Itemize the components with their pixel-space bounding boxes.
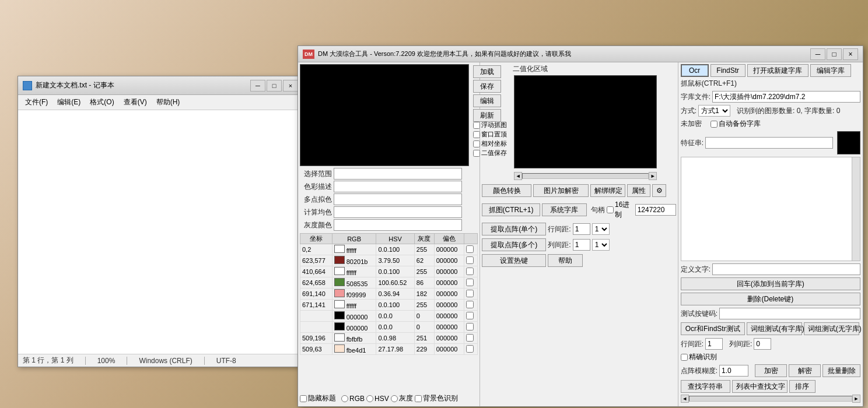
relative-coord-cb[interactable]: 相对坐标 [473, 139, 507, 148]
load-btn[interactable]: 加载 [473, 65, 501, 78]
cell-gray: 255 [414, 266, 434, 277]
hsv-rb[interactable]: HSV [366, 395, 389, 403]
cell-check[interactable] [464, 322, 477, 333]
dm-maximize-btn[interactable]: □ [827, 48, 842, 60]
bottom-scroll-track[interactable] [689, 396, 852, 402]
handle-value-input[interactable] [635, 204, 676, 216]
float-capture-cb[interactable]: 浮动抓图 [473, 121, 507, 129]
attr-btn[interactable]: 属性 [627, 184, 650, 197]
text-list-area[interactable] [681, 157, 860, 261]
cell-check[interactable] [464, 277, 477, 289]
notepad-minimize-btn[interactable]: ─ [250, 80, 265, 92]
find-in-list-btn[interactable]: 列表中查找文字 [732, 380, 788, 393]
bottom-scrollbar[interactable]: ◄ ► [681, 394, 860, 403]
select-range-input[interactable] [334, 168, 462, 180]
open-create-lib-btn[interactable]: 打开或新建字库 [747, 64, 808, 77]
hex16-cb[interactable]: 16进制 [607, 200, 634, 220]
capture-row: 抓图(CTRL+1) 系统字库 句柄 16进制 [482, 200, 676, 220]
color-convert-btn[interactable]: 颜色转换 [482, 184, 531, 197]
col-interval-select[interactable]: 1 [592, 239, 610, 251]
cell-check[interactable] [464, 333, 477, 344]
refresh-btn[interactable]: 刷新 [473, 109, 501, 122]
auto-backup-cb[interactable]: 自动备份字库 [710, 119, 761, 129]
feature-input[interactable] [705, 137, 833, 149]
edit-lib-btn[interactable]: 编辑字库 [810, 64, 851, 77]
notepad-close-btn[interactable]: × [283, 80, 298, 92]
multi-point-input[interactable] [334, 194, 462, 205]
v-scrollbar-right[interactable] [852, 157, 860, 261]
cell-coord: 410,664 [300, 266, 332, 277]
extract-single-btn[interactable]: 提取点阵(单个) [482, 223, 546, 235]
define-text-input[interactable] [712, 263, 860, 275]
h-scrollbar[interactable]: ◄ ► [514, 171, 657, 181]
notepad-content[interactable] [18, 110, 303, 354]
test-key-input[interactable] [719, 308, 860, 319]
notepad-maximize-btn[interactable]: □ [267, 80, 282, 92]
extract-multi-btn[interactable]: 提取点阵(多个) [482, 238, 546, 251]
window-fg-cb[interactable]: 窗口置顶 [473, 130, 507, 139]
right-col-interval-input[interactable] [754, 338, 771, 350]
settings-icon-btn[interactable]: ⚙ [652, 184, 666, 197]
findstr-tab-btn[interactable]: FindStr [710, 64, 746, 77]
word-test-with-lib-btn[interactable]: 词组测试(有字库) [747, 322, 802, 335]
delete-btn[interactable]: 删除(Delete键) [681, 293, 860, 305]
precise-recognition-cb[interactable]: 精确识别 [681, 352, 717, 362]
sys-lib-btn[interactable]: 系统字库 [542, 203, 587, 216]
right-row-interval-input[interactable] [705, 338, 723, 350]
select-range-label: 选择范围 [300, 169, 332, 179]
bg-color-cb[interactable]: 背景色识别 [415, 393, 458, 403]
capture-btn[interactable]: 抓图(CTRL+1) [482, 203, 540, 216]
encrypt-btn[interactable]: 加密 [755, 364, 787, 377]
gray-color-input[interactable] [334, 219, 462, 231]
set-hotkey-btn[interactable]: 设置热键 [482, 254, 546, 267]
sort-btn[interactable]: 排序 [789, 380, 816, 393]
col-interval-input[interactable] [573, 239, 590, 251]
gray-rb[interactable]: 灰度 [391, 393, 413, 403]
lib-file-input[interactable] [712, 91, 860, 103]
ocr-findstr-test-btn[interactable]: Ocr和FindStr测试 [681, 322, 745, 335]
notepad-menu-help[interactable]: 帮助(H) [152, 96, 185, 108]
cell-check[interactable] [464, 344, 477, 355]
save-btn[interactable]: 保存 [473, 80, 501, 93]
word-test-no-lib-btn[interactable]: 词组测试(无字库) [804, 322, 859, 335]
edit-btn[interactable]: 编辑 [473, 94, 501, 107]
find-char-btn[interactable]: 查找字符串 [681, 380, 730, 393]
cell-bias: 000000 [434, 266, 464, 277]
cell-check[interactable] [464, 311, 477, 322]
ocr-tab-btn[interactable]: Ocr [681, 64, 709, 77]
bottom-scroll-left[interactable]: ◄ [681, 395, 689, 403]
rgb-rb[interactable]: RGB [341, 395, 365, 403]
hide-header-cb[interactable]: 隐藏标题 [300, 393, 336, 403]
notepad-menu-view[interactable]: 查看(V) [119, 96, 152, 108]
batch-delete-btn[interactable]: 批量删除 [822, 364, 860, 377]
cell-gray: 251 [414, 333, 434, 344]
cell-check[interactable] [464, 289, 477, 300]
unbind-btn[interactable]: 解绑绑定 [590, 184, 625, 197]
scroll-left-btn[interactable]: ◄ [514, 172, 522, 180]
cell-check[interactable] [464, 300, 477, 311]
notepad-menu-format[interactable]: 格式(O) [85, 96, 118, 108]
scroll-right-btn[interactable]: ► [649, 172, 657, 180]
scroll-track[interactable] [522, 173, 649, 179]
help-btn[interactable]: 帮助 [548, 254, 583, 267]
decrypt-btn[interactable]: 解密 [789, 364, 821, 377]
dm-close-btn[interactable]: × [843, 48, 858, 60]
decrypt-image-btn[interactable]: 图片加解密 [533, 184, 589, 197]
dm-title-buttons: ─ □ × [810, 48, 858, 60]
calc-avg-input[interactable] [334, 206, 462, 218]
cell-check[interactable] [464, 244, 477, 255]
status-divider-2 [127, 357, 127, 365]
method-select[interactable]: 方式1 [698, 105, 730, 117]
row-interval-input[interactable] [573, 223, 590, 235]
row-interval-select[interactable]: 1 [592, 223, 610, 235]
notepad-menu-file[interactable]: 文件(F) [20, 96, 52, 108]
color-desc-input[interactable] [334, 181, 462, 192]
bottom-scroll-right[interactable]: ► [852, 395, 860, 403]
notepad-menu-edit[interactable]: 编辑(E) [52, 96, 85, 108]
blur-input[interactable] [719, 365, 748, 377]
add-to-lib-btn[interactable]: 回车(添加到当前字库) [681, 277, 860, 290]
cell-check[interactable] [464, 266, 477, 277]
cell-check[interactable] [464, 255, 477, 266]
dm-minimize-btn[interactable]: ─ [810, 48, 825, 60]
binary-save-cb[interactable]: 二值保存 [473, 149, 507, 157]
